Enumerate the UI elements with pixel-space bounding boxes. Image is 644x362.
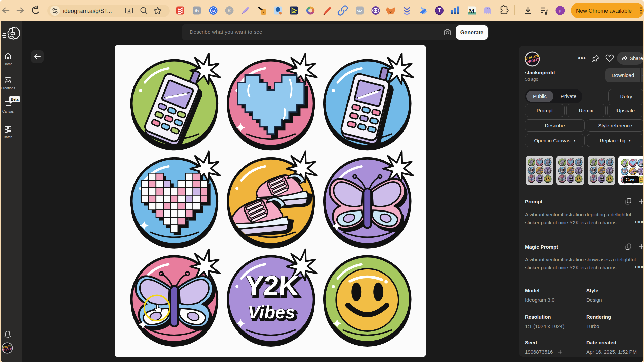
svg-text:New Chrome available: New Chrome available xyxy=(576,8,632,14)
svg-text:T: T xyxy=(438,8,441,13)
svg-text:Beta: Beta xyxy=(11,97,19,101)
svg-text:M: M xyxy=(469,8,474,14)
svg-text:ideogram.ai/g/ST...: ideogram.ai/g/ST... xyxy=(63,8,112,14)
svg-text:Canvas: Canvas xyxy=(2,110,14,113)
svg-text:Creations: Creations xyxy=(1,86,15,90)
svg-text:tb: tb xyxy=(195,8,199,13)
svg-text:p: p xyxy=(559,8,561,13)
svg-text:IQ: IQ xyxy=(212,9,215,12)
svg-text:K: K xyxy=(228,8,231,13)
svg-text:Batch: Batch xyxy=(4,135,12,139)
svg-text:Home: Home xyxy=(4,62,13,66)
svg-text:</>: </> xyxy=(357,9,362,13)
